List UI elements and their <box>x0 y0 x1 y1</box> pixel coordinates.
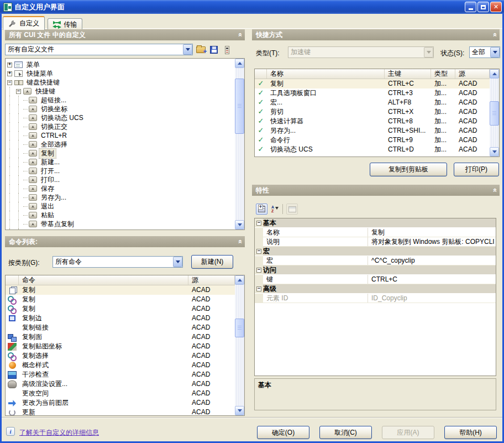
property-row[interactable]: 元素 IDID_Copyclip <box>255 294 496 303</box>
print-button[interactable]: 打印(P) <box>454 163 499 176</box>
tree-item[interactable]: 新建... <box>6 158 235 166</box>
command-row[interactable]: 概念样式ACAD <box>6 361 235 370</box>
property-group[interactable]: −宏 <box>255 247 496 256</box>
scroll-thumb[interactable] <box>490 101 499 126</box>
workspace-button[interactable] <box>221 44 234 56</box>
column-type[interactable]: 类型 <box>431 69 455 79</box>
dropdown-arrow-icon[interactable] <box>183 44 192 55</box>
tree-item[interactable]: 保存 <box>6 184 235 193</box>
collapse-chevron-icon[interactable]: » <box>234 239 245 243</box>
tree-item[interactable]: 超链接... <box>6 96 235 105</box>
shortcut-row[interactable]: ✓切换动态 UCSCTRL+D加...ACAD <box>255 145 490 154</box>
property-value[interactable]: 将对象复制到 Windows 剪贴板: COPYCLI <box>368 237 496 246</box>
command-row[interactable]: 复制贴图坐标ACAD <box>6 342 235 351</box>
tree-item[interactable]: 带基点复制 <box>6 220 235 228</box>
dropdown-arrow-icon[interactable] <box>173 257 182 267</box>
command-row[interactable]: 复制边ACAD <box>6 314 235 323</box>
column-source[interactable]: 源 <box>455 69 490 79</box>
command-row[interactable]: 复制链接ACAD <box>6 323 235 332</box>
property-group[interactable]: −访问 <box>255 265 496 275</box>
customization-file-combo[interactable]: 所有自定义文件 <box>5 44 193 55</box>
scroll-up-icon[interactable] <box>490 69 499 79</box>
command-row[interactable]: 复制ACAD <box>6 304 235 314</box>
property-row[interactable]: 名称复制 <box>255 228 496 237</box>
ok-button[interactable]: 确定(O) <box>257 426 309 439</box>
copy-to-clipboard-button[interactable]: 复制到剪贴板 <box>370 163 447 176</box>
save-cui-button[interactable] <box>207 44 221 56</box>
command-row[interactable]: 复制面ACAD <box>6 332 235 342</box>
tree-item[interactable]: −快捷键 <box>6 87 235 96</box>
command-row[interactable]: 复制ACAD <box>6 285 235 295</box>
tree-scrollbar[interactable] <box>235 59 244 230</box>
command-row[interactable]: 复制选择ACAD <box>6 351 235 361</box>
property-row[interactable]: 宏^C^C_copyclip <box>255 256 496 265</box>
expand-icon[interactable]: + <box>7 62 12 67</box>
alphabetical-sort-button[interactable]: AZ <box>269 204 281 215</box>
new-command-button[interactable]: 新建(N) <box>191 255 233 269</box>
tree-item[interactable]: 全部选择 <box>6 140 235 149</box>
learn-more-link[interactable]: 了解关于自定义的详细信息 <box>19 428 99 437</box>
scroll-up-icon[interactable] <box>235 275 244 285</box>
scroll-down-icon[interactable] <box>235 406 244 415</box>
property-group[interactable]: −基本 <box>255 218 496 228</box>
command-row[interactable]: 更改空间ACAD <box>6 389 235 398</box>
help-button[interactable]: 帮助(H) <box>444 426 497 439</box>
command-row[interactable]: 复制ACAD <box>6 295 235 304</box>
property-group[interactable]: −高级 <box>255 284 496 294</box>
tree-item[interactable]: 另存为... <box>6 193 235 202</box>
tree-item[interactable]: +菜单 <box>6 60 235 69</box>
command-row[interactable]: 高级渲染设置...ACAD <box>6 379 235 389</box>
tree-item[interactable]: 退出 <box>6 202 235 211</box>
collapse-box-icon[interactable]: − <box>256 249 261 254</box>
shortcut-row[interactable]: ✓另存为...CTRL+SHI...加...ACAD <box>255 126 490 135</box>
shortcut-row[interactable]: ✓复制CTRL+C加...ACAD <box>255 79 490 88</box>
tree-item[interactable]: 切换动态 UCS <box>6 113 235 122</box>
collapse-chevron-icon[interactable]: » <box>489 33 500 37</box>
command-row[interactable]: 更改为当前图层ACAD <box>6 398 235 408</box>
title-bar[interactable]: 自定义用户界面 ✕ <box>0 0 504 14</box>
collapse-box-icon[interactable]: − <box>256 268 261 273</box>
collapse-icon[interactable]: − <box>7 80 12 85</box>
tree-item[interactable]: 粘贴为块 <box>6 228 235 230</box>
categorized-view-button[interactable] <box>256 204 267 215</box>
tree-item[interactable]: 打开... <box>6 166 235 175</box>
shortcuts-scrollbar[interactable] <box>490 69 499 157</box>
scroll-down-icon[interactable] <box>490 147 499 157</box>
command-row[interactable]: 更新ACAD <box>6 408 235 416</box>
property-row[interactable]: 说明将对象复制到 Windows 剪贴板: COPYCLI <box>255 237 496 247</box>
column-key[interactable]: 主键 <box>385 69 431 79</box>
command-scrollbar[interactable] <box>235 275 244 415</box>
dropdown-arrow-icon[interactable] <box>490 47 500 58</box>
command-row[interactable]: 干涉检查ACAD <box>6 370 235 379</box>
tree-item[interactable]: 打印... <box>6 175 235 184</box>
expand-icon[interactable]: + <box>7 71 12 76</box>
load-partial-cui-button[interactable] <box>194 44 207 56</box>
column-command[interactable]: 命令 <box>19 275 188 285</box>
tab-customize[interactable]: 自定义 <box>3 16 45 30</box>
shortcut-row[interactable]: ✓命令行CTRL+9加...ACAD <box>255 135 490 145</box>
maximize-button[interactable] <box>477 2 489 12</box>
property-value[interactable]: ^C^C_copyclip <box>368 256 496 265</box>
shortcut-row[interactable]: ✓工具选项板窗口CTRL+3加...ACAD <box>255 88 490 98</box>
property-value[interactable]: CTRL+C <box>368 275 496 284</box>
scroll-up-icon[interactable] <box>235 59 244 68</box>
column-name[interactable]: 名称 <box>267 69 385 79</box>
collapse-chevron-icon[interactable]: » <box>234 33 245 37</box>
close-button[interactable]: ✕ <box>490 2 502 12</box>
collapse-box-icon[interactable]: − <box>256 286 261 291</box>
tree-item[interactable]: 复制 <box>6 149 235 158</box>
collapse-chevron-icon[interactable]: » <box>489 188 500 192</box>
property-row[interactable]: 键CTRL+C <box>255 275 496 284</box>
tree-item[interactable]: 粘贴 <box>6 211 235 220</box>
column-source[interactable]: 源 <box>188 275 235 285</box>
collapse-icon[interactable]: − <box>16 89 21 94</box>
tree-item[interactable]: +快捷菜单 <box>6 69 235 78</box>
tree-item[interactable]: CTRL+R <box>6 131 235 140</box>
scroll-thumb[interactable] <box>235 319 244 337</box>
scroll-down-icon[interactable] <box>235 220 244 230</box>
cancel-button[interactable]: 取消(C) <box>319 426 372 439</box>
shortcut-row[interactable]: ✓剪切CTRL+X加...ACAD <box>255 107 490 117</box>
property-value[interactable]: 复制 <box>368 228 496 237</box>
status-combo[interactable]: 全部 <box>469 46 500 58</box>
collapse-box-icon[interactable]: − <box>256 221 261 226</box>
